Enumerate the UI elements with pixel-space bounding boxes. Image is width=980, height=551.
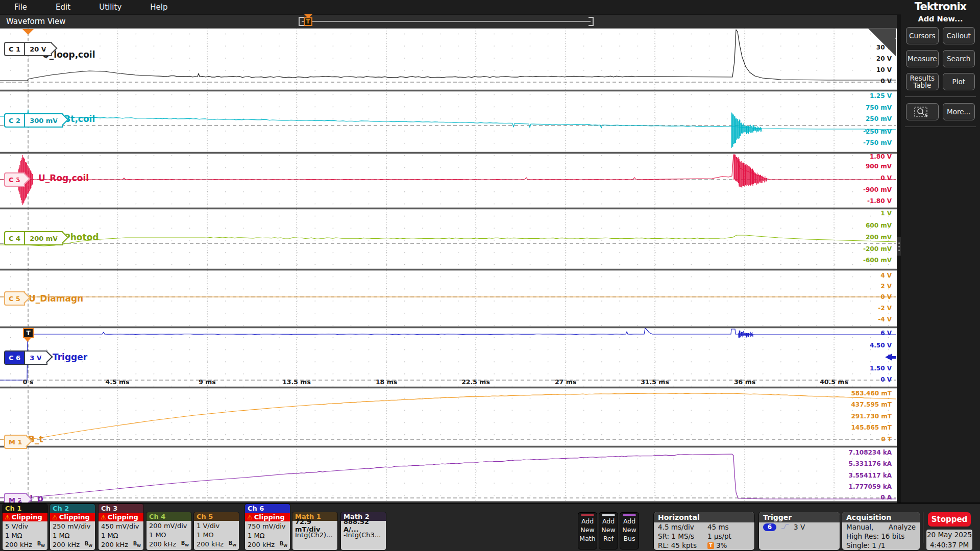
acq-resolution: High Res: 16 bits bbox=[842, 532, 920, 541]
run-stop-status-button[interactable]: Stopped bbox=[928, 512, 971, 527]
scale-label: 1.50 V bbox=[870, 365, 892, 372]
time-axis-label: 18 ms bbox=[376, 378, 397, 386]
time-axis-label: 4.5 ms bbox=[106, 378, 130, 386]
button-stripe bbox=[623, 514, 636, 516]
cursors-button[interactable]: Cursors bbox=[906, 27, 939, 44]
horizontal-panel[interactable]: Horizontal 4.5 ms/div45 msSR: 1 MS/s1 µs… bbox=[654, 512, 754, 550]
channel-settings-badge-ch5[interactable]: Ch 51 V/div1 MΩ200 kHzBW bbox=[194, 512, 239, 550]
badge-row: 1 MΩ bbox=[197, 530, 236, 539]
add-new-math-button[interactable]: AddNewMath bbox=[578, 512, 597, 549]
acquisition-panel[interactable]: Acquisition Manual, Analyze High Res: 16… bbox=[842, 512, 920, 550]
results-table-button[interactable]: Results Table bbox=[906, 73, 939, 90]
trigger-source-marker[interactable]: T bbox=[23, 328, 32, 342]
badge-row: 72.9 mT/div bbox=[295, 521, 335, 530]
channel-badge-c6[interactable]: C 63 V bbox=[4, 350, 47, 365]
measure-button[interactable]: Measure bbox=[906, 50, 939, 67]
time-text: 4:40:37 PM bbox=[926, 540, 972, 550]
scale-label: 437.595 mT bbox=[851, 401, 892, 408]
scale-label: 3.554117 kA bbox=[849, 472, 892, 479]
scale-label: 750 mV bbox=[866, 104, 892, 111]
scale-label: -250 mV bbox=[863, 128, 892, 135]
more--button[interactable]: More... bbox=[943, 103, 975, 120]
record-view-right-bracket bbox=[589, 17, 594, 26]
waveform-plot: 30 V20 V10 V0 VU_loop,coilC 120 V1.25 V7… bbox=[0, 28, 897, 503]
scale-label: 0 V bbox=[880, 293, 892, 300]
channel-badge-c3[interactable]: C 3 bbox=[4, 172, 25, 187]
zoom-select-button[interactable] bbox=[906, 103, 939, 120]
trigger-position-icon-small: T bbox=[707, 542, 714, 549]
badge-row: 888.52 A/... bbox=[344, 521, 383, 530]
warning-icon: ⚠ bbox=[5, 514, 10, 521]
channel-badge-m1[interactable]: M 1 bbox=[4, 435, 27, 449]
scale-label: 20 V bbox=[876, 55, 892, 62]
math-badge-math2[interactable]: Math 2888.52 A/...-Intg(Ch3... bbox=[341, 512, 386, 550]
channel-settings-badge-ch1[interactable]: Ch 1⚠Clipping5 V/div1 MΩ200 kHzBW bbox=[3, 504, 47, 550]
badge-id: C 2 bbox=[5, 114, 24, 127]
search-button[interactable]: Search bbox=[943, 50, 975, 67]
channel-settings-badge-ch2[interactable]: Ch 2⚠Clipping250 mV/div1 MΩ200 kHzBW bbox=[50, 504, 95, 550]
trigger-panel-title: Trigger bbox=[759, 512, 840, 522]
time-axis-label: 0 s bbox=[23, 378, 34, 386]
bandwidth-limit-indicator: BW bbox=[133, 541, 141, 548]
channel-label-u-diamagn[interactable]: U_Diamagn bbox=[29, 293, 83, 304]
badge-id: C 4 bbox=[5, 232, 24, 244]
badge-row: 1 MΩ bbox=[101, 531, 141, 540]
scale-label: 583.460 mT bbox=[851, 390, 892, 397]
trigger-panel[interactable]: Trigger 6 3 V bbox=[759, 512, 840, 550]
record-view-trigger-icon[interactable]: T bbox=[304, 14, 312, 26]
horizontal-row: RL: 45 kptsT3% bbox=[654, 541, 754, 550]
add-new-bus-button[interactable]: AddNewBus bbox=[620, 512, 639, 549]
channel-settings-badge-ch3[interactable]: Ch 3⚠Clipping450 mV/div1 MΩ200 kHzBW bbox=[99, 504, 143, 550]
time-axis-label: 13.5 ms bbox=[282, 378, 311, 386]
button-stripe bbox=[581, 514, 594, 516]
menu-bar: FileEditUtilityHelp bbox=[0, 0, 901, 14]
menu-help[interactable]: Help bbox=[136, 3, 182, 12]
plot-button[interactable]: Plot bbox=[943, 73, 975, 90]
badge-header: Ch 1 bbox=[3, 504, 47, 513]
add-new-ref-button[interactable]: AddNewRef bbox=[599, 512, 618, 549]
bandwidth-limit-indicator: BW bbox=[37, 541, 45, 548]
channel-badge-c4[interactable]: C 4200 mV bbox=[4, 231, 63, 245]
callout-button[interactable]: Callout bbox=[943, 27, 975, 44]
channel-badge-c2[interactable]: C 2300 mV bbox=[4, 113, 63, 128]
menu-file[interactable]: File bbox=[0, 3, 41, 12]
bandwidth-limit-indicator: BW bbox=[85, 541, 92, 548]
clipping-warning: ⚠Clipping bbox=[50, 513, 95, 521]
scale-label: 200 mV bbox=[866, 234, 892, 241]
scale-label: 5.331176 kA bbox=[849, 460, 892, 467]
record-view-bar[interactable]: T bbox=[299, 16, 594, 27]
badge-row: 200 kHzBW bbox=[5, 540, 45, 549]
tektronix-logo: Tektronix bbox=[901, 1, 980, 13]
scale-label: 0 A bbox=[880, 494, 892, 501]
acq-single: Single: 1 /1 bbox=[842, 541, 920, 550]
warning-icon: ⚠ bbox=[52, 514, 58, 521]
trigger-level-arrow-icon[interactable] bbox=[885, 354, 896, 361]
scale-label: -200 mV bbox=[863, 245, 892, 253]
channel-settings-badge-ch6[interactable]: Ch 6⚠Clipping750 mV/div1 MΩ200 kHzBW bbox=[245, 504, 290, 550]
splitter-handle[interactable] bbox=[897, 237, 901, 256]
channel-badge-c1[interactable]: C 120 V bbox=[4, 42, 52, 56]
channel-settings-badge-ch4[interactable]: Ch 4200 mV/div1 MΩ200 kHzBW bbox=[146, 512, 191, 550]
trigger-level-value: 3 V bbox=[794, 523, 805, 531]
badge-header: Ch 5 bbox=[194, 512, 239, 521]
sidebar-button-grid: CursorsCalloutMeasureSearchResults Table… bbox=[901, 27, 980, 90]
bottom-divider bbox=[923, 512, 923, 543]
acq-mode: Manual, bbox=[846, 523, 873, 531]
math-badge-math1[interactable]: Math 172.9 mT/divIntg(Ch2)... bbox=[292, 512, 337, 550]
channel-badge-c5[interactable]: C 5 bbox=[4, 291, 25, 306]
channel-label-u-rog-coil[interactable]: U_Rog,coil bbox=[38, 173, 89, 183]
channel-label-trigger[interactable]: Trigger bbox=[53, 352, 87, 362]
zoom-corner-button[interactable] bbox=[868, 29, 896, 56]
badge-body: ⚠Clipping250 mV/div1 MΩ200 kHzBW bbox=[50, 513, 95, 550]
badge-row: 1 MΩ bbox=[5, 531, 45, 540]
right-sidebar: Tektronix Add New... CursorsCalloutMeasu… bbox=[901, 0, 980, 503]
warning-icon: ⚠ bbox=[101, 514, 106, 521]
scale-label: 2 V bbox=[880, 283, 892, 290]
menu-edit[interactable]: Edit bbox=[41, 3, 85, 12]
scale-label: -900 mV bbox=[863, 186, 892, 193]
badge-row: 200 kHzBW bbox=[248, 540, 287, 549]
rising-edge-icon bbox=[780, 523, 790, 532]
scale-label: 0 V bbox=[880, 174, 892, 182]
menu-utility[interactable]: Utility bbox=[85, 3, 136, 12]
trigger-position-icon[interactable] bbox=[22, 29, 34, 35]
